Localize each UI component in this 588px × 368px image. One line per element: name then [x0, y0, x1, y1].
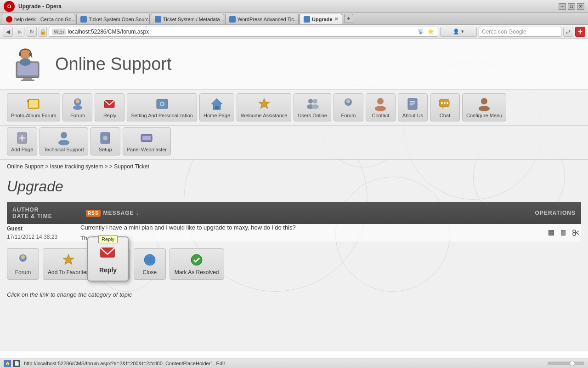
menu-item-technical[interactable]: Technical Support [40, 127, 88, 155]
forum-icon-2 [341, 97, 356, 111]
tab-0[interactable]: help desk - Cerca con Go... ✕ [2, 14, 75, 24]
toolbar-favorites[interactable]: Add To Favorites [43, 248, 94, 280]
author-name: Guest [7, 225, 80, 232]
breadcrumb-online-support[interactable]: Online Support [7, 163, 44, 170]
menu-item-panel[interactable]: Panel Webmaster [123, 127, 171, 155]
toolbar-resolved[interactable]: Mark As Resolved [170, 248, 224, 280]
svg-rect-23 [215, 106, 219, 109]
scissors-icon[interactable] [571, 228, 581, 237]
toolbar-forum[interactable]: Forum [7, 248, 39, 280]
svg-point-27 [313, 99, 317, 104]
tab-2[interactable]: Ticket System / Metadata ... ✕ [151, 14, 224, 24]
address-rss-icon[interactable]: 📡 [417, 28, 425, 36]
svg-point-32 [375, 106, 386, 111]
svg-point-21 [161, 103, 163, 105]
new-tab-button[interactable]: + [344, 14, 353, 23]
nav-menu-row2: Add Page Technical Support [0, 126, 588, 160]
menu-item-users[interactable]: Users Online [294, 93, 331, 121]
forum-icon-1 [70, 97, 85, 111]
edit-icon[interactable] [547, 228, 557, 237]
svg-point-28 [311, 104, 319, 109]
minimize-button[interactable]: – [559, 3, 566, 10]
menu-item-forum-1[interactable]: Forum [62, 93, 92, 121]
menu-label-forum-2: Forum [341, 113, 356, 118]
search-bar[interactable]: Cerca con Google [479, 27, 561, 37]
message-cell: Currently i have a mini plan and i would… [80, 224, 530, 242]
message-label: MESSAGE [103, 210, 134, 216]
tab-1[interactable]: Ticket System Open Source ... ✕ [76, 14, 150, 24]
content-wrapper: Online Support Photo-Album Forum [0, 39, 588, 303]
breadcrumb-issue-tracking[interactable]: Issue tracking system [50, 163, 103, 170]
menu-item-setup[interactable]: Setup [90, 127, 120, 155]
tab-label-3: WordPress Advanced Tic... [237, 17, 298, 22]
bottom-text: Click on the link to change the category… [0, 287, 588, 303]
page-content: Online Support Photo-Album Forum [0, 39, 588, 351]
menu-item-configure[interactable]: Configure Menu [462, 93, 506, 121]
menu-item-about[interactable]: About Us [398, 93, 428, 121]
svg-rect-59 [561, 230, 565, 235]
svg-point-65 [21, 255, 25, 259]
author-cell: Guest 17/11/2012 14:38:23 [7, 224, 80, 242]
ops-cell [530, 224, 581, 242]
svg-marker-24 [259, 98, 270, 109]
breadcrumb-support-ticket[interactable]: Support Ticket [114, 163, 149, 170]
toolbar-close[interactable]: Close [134, 248, 166, 280]
svg-rect-11 [27, 100, 29, 102]
breadcrumb: Online Support > Issue tracking system >… [0, 160, 588, 173]
svg-point-42 [481, 98, 487, 104]
browser-titlebar: O Upgrade - Opera – □ ✕ [0, 0, 588, 13]
breadcrumb-separator-1: > [45, 163, 50, 170]
tab-label-4: Upgrade [312, 17, 333, 22]
menu-label-users: Users Online [298, 113, 327, 118]
pencil-op-icon[interactable] [559, 228, 569, 237]
tab-close-4[interactable]: ✕ [334, 17, 338, 22]
address-text: localhost:52286/CMS/forum.aspx [68, 29, 415, 35]
col-message: RSS MESSAGE ↓ [80, 202, 530, 224]
menu-item-photo-album[interactable]: Photo-Album Forum [7, 93, 60, 121]
menu-label-about: About Us [402, 113, 423, 118]
users-icon [305, 97, 320, 111]
menu-item-reply[interactable]: Reply [95, 93, 124, 121]
reply-popup-label: Reply [99, 266, 117, 274]
add-page-icon [15, 131, 29, 145]
search-placeholder: Cerca con Google [482, 29, 558, 35]
address-bookmark-icon[interactable]: ⭐ [427, 28, 435, 36]
svg-rect-33 [408, 98, 417, 109]
toolbar-forum-icon [16, 253, 30, 267]
close-button[interactable]: ✕ [577, 3, 584, 10]
opera-logo: O [4, 1, 15, 12]
menu-item-contact[interactable]: Contact [366, 93, 396, 121]
svg-point-50 [103, 136, 107, 140]
photo-album-icon [26, 97, 41, 111]
forward-button[interactable]: ▶ [15, 27, 25, 37]
tab-3[interactable]: WordPress Advanced Tic... ✕ [225, 14, 299, 24]
toolbar-favorites-icon [61, 253, 76, 267]
back-button[interactable]: ◀ [3, 27, 13, 37]
sync-button[interactable]: ⇄ [563, 27, 573, 37]
window-controls[interactable]: – □ ✕ [559, 3, 584, 10]
maximize-button[interactable]: □ [568, 3, 575, 10]
tab-4[interactable]: Upgrade ✕ [300, 14, 342, 24]
menu-item-home[interactable]: Home Page [199, 93, 234, 121]
menu-item-settings[interactable]: Setting And Personalization [127, 93, 197, 121]
shield-button[interactable]: ✚ [575, 27, 585, 37]
svg-point-5 [20, 58, 31, 66]
svg-point-14 [76, 99, 79, 103]
panel-icon [139, 131, 154, 145]
rss-badge: RSS [86, 210, 101, 217]
tab-icon-2 [155, 16, 161, 23]
address-bar[interactable]: Web localhost:52286/CMS/forum.aspx 📡 ⭐ [49, 27, 438, 37]
reply-icon [102, 97, 117, 111]
menu-item-chat[interactable]: Chat [430, 93, 460, 121]
toolbar-close-icon [142, 253, 157, 267]
menu-item-forum-2[interactable]: Forum [334, 93, 363, 121]
about-icon [405, 97, 420, 111]
home-button[interactable]: 🔒 [39, 27, 47, 37]
menu-item-assistance[interactable]: Welcome Assistance [237, 93, 291, 121]
svg-point-47 [61, 132, 67, 138]
svg-point-13 [73, 105, 82, 110]
reload-button[interactable]: ↻ [27, 27, 37, 37]
account-button[interactable]: 👤 ▾ [440, 27, 477, 37]
menu-label-chat: Chat [440, 113, 450, 118]
menu-item-add-page[interactable]: Add Page [7, 127, 37, 155]
